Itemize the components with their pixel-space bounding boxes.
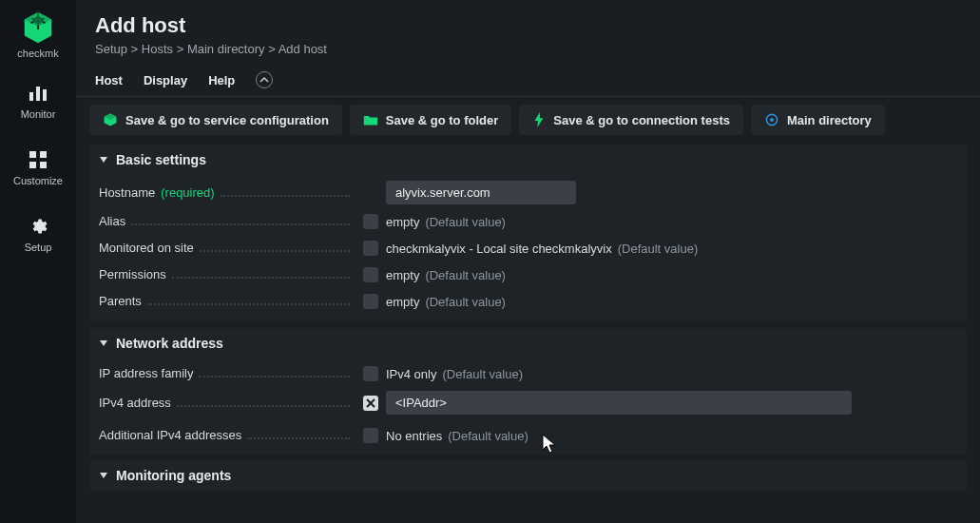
save-connection-tests-button[interactable]: Save & go to connection tests: [519, 105, 743, 135]
breadcrumb-sep: >: [177, 42, 187, 56]
main-directory-button[interactable]: Main directory: [751, 105, 885, 135]
default-tag: (Default value): [442, 367, 523, 381]
sidebar-item-label: Customize: [13, 175, 63, 186]
ipv4-address-input[interactable]: [386, 391, 852, 415]
breadcrumb-sep: >: [268, 42, 279, 56]
field-label: Parents: [99, 294, 142, 308]
button-label: Main directory: [787, 113, 872, 127]
sidebar-item-customize[interactable]: Customize: [0, 143, 76, 192]
section-basic-settings: Basic settings Hostname (required) Alias: [89, 145, 967, 322]
sidebar-item-setup[interactable]: Setup: [0, 209, 76, 259]
required-tag: (required): [161, 185, 214, 200]
default-tag: (Default value): [425, 215, 506, 229]
dot-leader: [199, 376, 350, 378]
field-value: checkmkalyvix - Local site checkmkalyvix: [386, 242, 612, 256]
row-hostname: Hostname (required): [89, 177, 967, 208]
breadcrumb-item[interactable]: Add host: [279, 42, 327, 56]
breadcrumb-sep: >: [131, 42, 142, 56]
svg-rect-5: [29, 151, 36, 158]
svg-marker-11: [535, 112, 544, 127]
page-title: Add host: [95, 13, 961, 38]
field-value: No entries: [386, 429, 442, 443]
override-checkbox[interactable]: [363, 396, 378, 411]
override-checkbox[interactable]: [363, 366, 378, 381]
svg-marker-16: [100, 473, 107, 478]
dot-leader: [221, 195, 350, 197]
cube-icon: [103, 112, 118, 127]
field-label: IP address family: [99, 366, 193, 380]
section-title: Monitoring agents: [116, 468, 231, 483]
section-header[interactable]: Network address: [89, 328, 967, 358]
action-bar: Save & go to service configuration Save …: [76, 97, 980, 145]
section-header[interactable]: Basic settings: [89, 145, 967, 175]
button-label: Save & go to connection tests: [553, 113, 730, 127]
field-label: Alias: [99, 214, 125, 228]
field-label: Monitored on site: [99, 241, 194, 255]
dot-leader: [247, 437, 350, 439]
dot-leader: [147, 303, 350, 305]
sidebar-item-label: Setup: [25, 242, 52, 253]
triangle-down-icon: [99, 152, 108, 167]
row-ipv4-address: IPv4 address: [89, 387, 967, 418]
menu-host[interactable]: Host: [95, 73, 123, 87]
folder-icon: [363, 113, 378, 126]
override-checkbox[interactable]: [363, 267, 378, 282]
menu-help[interactable]: Help: [208, 73, 235, 87]
menu-display[interactable]: Display: [144, 73, 187, 87]
page-header: Add host Setup > Hosts > Main directory …: [76, 0, 980, 66]
field-label: Additional IPv4 addresses: [99, 428, 241, 442]
logo[interactable]: checkmk: [17, 10, 58, 59]
default-tag: (Default value): [425, 295, 506, 309]
section-title: Network address: [116, 336, 223, 351]
save-folder-button[interactable]: Save & go to folder: [350, 105, 511, 135]
triangle-down-icon: [99, 336, 108, 351]
override-checkbox[interactable]: [363, 428, 378, 443]
field-value: IPv4 only: [386, 367, 436, 381]
dot-leader: [172, 277, 350, 279]
grid-icon: [29, 148, 48, 171]
svg-rect-8: [40, 162, 47, 168]
override-checkbox[interactable]: [363, 214, 378, 229]
breadcrumb-item[interactable]: Setup: [95, 42, 127, 56]
dot-leader: [177, 405, 350, 407]
field-label: IPv4 address: [99, 396, 171, 410]
breadcrumb: Setup > Hosts > Main directory > Add hos…: [95, 42, 961, 56]
row-permissions: Permissions empty (Default value): [89, 262, 967, 288]
breadcrumb-item[interactable]: Main directory: [187, 42, 265, 56]
close-icon: [365, 397, 376, 409]
sidebar-item-monitor[interactable]: Monitor: [0, 76, 76, 126]
menubar: Host Display Help: [76, 66, 980, 97]
default-tag: (Default value): [425, 268, 506, 282]
save-service-config-button[interactable]: Save & go to service configuration: [89, 105, 342, 135]
dot-leader: [131, 223, 350, 225]
svg-point-13: [770, 118, 774, 122]
chevron-up-icon: [259, 75, 269, 85]
left-sidebar: checkmk Monitor Customize: [0, 0, 76, 523]
button-label: Save & go to service configuration: [125, 113, 329, 127]
sidebar-item-label: Monitor: [21, 108, 56, 120]
field-value: empty: [386, 295, 419, 309]
bars-icon: [28, 82, 48, 105]
field-label: Permissions: [99, 267, 166, 281]
button-label: Save & go to folder: [386, 113, 498, 127]
breadcrumb-item[interactable]: Hosts: [142, 42, 173, 56]
bolt-icon: [532, 112, 546, 127]
svg-rect-2: [29, 92, 33, 101]
main-content: Add host Setup > Hosts > Main directory …: [76, 0, 980, 523]
target-icon: [764, 112, 779, 127]
svg-rect-4: [43, 89, 47, 101]
section-header[interactable]: Monitoring agents: [89, 460, 967, 491]
collapse-toggle[interactable]: [256, 71, 273, 88]
override-checkbox[interactable]: [363, 241, 378, 256]
checkmk-logo-icon: [20, 10, 56, 46]
section-title: Basic settings: [116, 152, 206, 167]
gear-icon: [29, 215, 48, 238]
svg-rect-7: [29, 162, 36, 168]
row-monitored-on-site: Monitored on site checkmkalyvix - Local …: [89, 235, 967, 262]
hostname-input[interactable]: [386, 181, 576, 204]
logo-text: checkmk: [17, 48, 58, 59]
default-tag: (Default value): [448, 429, 528, 443]
dot-leader: [200, 250, 350, 252]
svg-marker-14: [100, 157, 107, 163]
override-checkbox[interactable]: [363, 294, 378, 309]
